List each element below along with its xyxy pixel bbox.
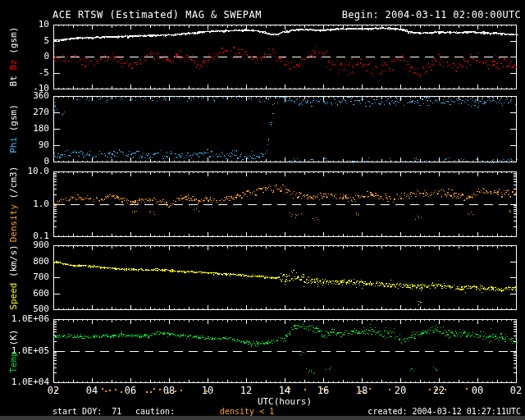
ace-rtsw-plot: ACE RTSW (Estimated) MAG & SWEPAM Begin:… — [0, 0, 525, 420]
plot-title: ACE RTSW (Estimated) MAG & SWEPAM — [52, 9, 262, 21]
y-axis-title-part: Density — [8, 204, 19, 242]
x-tick-label: 14 — [272, 385, 298, 396]
y-axis-title-phi: Phi (gsm) — [9, 104, 19, 153]
y-axis-title-part: Temp — [8, 351, 19, 373]
footer-start-doy: start DOY: 71 — [52, 407, 121, 416]
chart-overlay: ACE RTSW (Estimated) MAG & SWEPAM Begin:… — [0, 0, 525, 420]
begin-timestamp: Begin: 2004-03-11 02:00:00UTC — [342, 9, 521, 21]
y-axis-title-part: Phi — [8, 137, 19, 153]
y-axis-title-density: Density (/cm3) — [9, 166, 19, 242]
y-axis-title-temp: Temp (K) — [9, 329, 19, 372]
x-tick-label: 18 — [349, 385, 375, 396]
x-tick-label: 02 — [503, 385, 525, 396]
x-tick-label: 22 — [426, 385, 452, 396]
x-tick-label: 08 — [156, 385, 182, 396]
x-tick-label: 10 — [194, 385, 221, 396]
x-axis-label: UTC(hours) — [235, 396, 334, 407]
x-tick-label: 02 — [40, 385, 66, 396]
y-tick-label: 1.0E+06 — [2, 314, 49, 324]
footer-caution-label: caution: — [135, 407, 175, 416]
y-axis-title-part: (gsm) — [8, 27, 19, 60]
y-axis-title-part: (gsm) — [8, 104, 19, 137]
y-axis-title-part: Bz — [8, 59, 19, 70]
y-axis-title-part: (/cm3) — [8, 166, 19, 203]
x-tick-label: 04 — [79, 385, 105, 396]
y-tick-label: 360 — [2, 91, 49, 101]
x-tick-label: 00 — [464, 385, 491, 396]
y-axis-title-part: Bt — [8, 71, 19, 87]
y-axis-title-part: Speed — [8, 283, 19, 310]
x-tick-label: 06 — [117, 385, 144, 396]
window-edge-strip — [0, 416, 525, 420]
x-tick-label: 20 — [387, 385, 413, 396]
footer-created-timestamp: created: 2004-03-12 01:27:11UTC — [368, 407, 521, 416]
y-axis-title-bt-bz: Bt Bz (gsm) — [9, 27, 19, 87]
footer-caution-value: density < 1 — [220, 407, 274, 416]
y-axis-title-part: (K) — [8, 329, 19, 351]
y-axis-title-part: (km/s) — [8, 244, 19, 282]
x-tick-label: 12 — [233, 385, 259, 396]
x-tick-label: 16 — [310, 385, 336, 396]
y-axis-title-speed: Speed (km/s) — [9, 244, 19, 309]
